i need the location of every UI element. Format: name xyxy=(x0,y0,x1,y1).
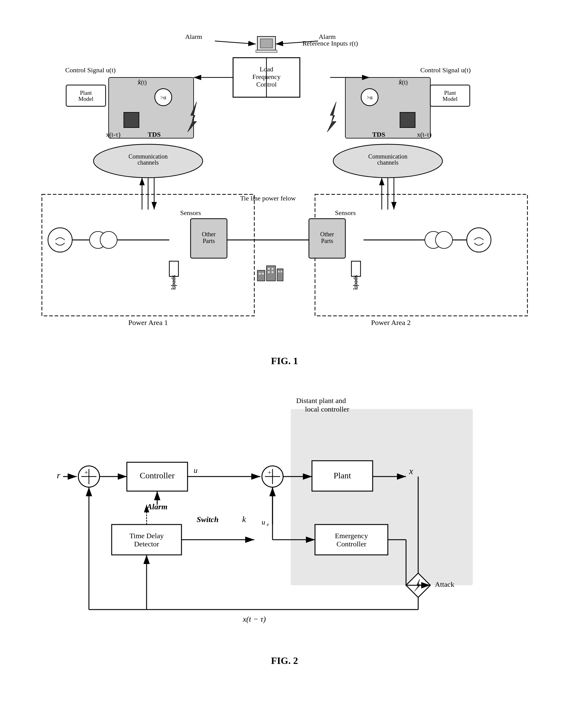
svg-text:Parts: Parts xyxy=(321,238,333,244)
svg-text:+: + xyxy=(84,469,88,476)
svg-text:>α: >α xyxy=(160,94,166,101)
fig2-label: FIG. 2 xyxy=(24,655,545,666)
svg-text:Attack: Attack xyxy=(435,580,454,588)
svg-text:x̂(t): x̂(t) xyxy=(137,79,147,86)
svg-text:Emergency: Emergency xyxy=(335,532,368,540)
svg-rect-7 xyxy=(261,39,273,48)
svg-text:Tie line power felow: Tie line power felow xyxy=(240,194,295,202)
svg-rect-65 xyxy=(277,269,283,281)
svg-rect-26 xyxy=(345,77,430,138)
svg-rect-33 xyxy=(400,112,415,128)
svg-text:e: e xyxy=(267,522,269,527)
svg-text:Switch: Switch xyxy=(197,515,219,524)
svg-text:u: u xyxy=(262,518,265,526)
svg-text:x(t-τ): x(t-τ) xyxy=(106,131,121,138)
svg-text:channels: channels xyxy=(138,159,159,166)
svg-rect-67 xyxy=(262,273,264,275)
svg-text:Model: Model xyxy=(78,96,94,102)
svg-text:Other: Other xyxy=(320,231,334,238)
svg-text:Plant: Plant xyxy=(333,471,351,480)
svg-text:τ: τ xyxy=(417,581,419,588)
svg-text:u: u xyxy=(194,466,198,475)
svg-text:Control Signal u(t): Control Signal u(t) xyxy=(65,66,115,74)
svg-text:x(t − τ): x(t − τ) xyxy=(243,615,266,624)
fig1-svg: Load Frequency Control Alarm Alarm Refer… xyxy=(27,18,543,352)
svg-rect-69 xyxy=(272,268,274,270)
svg-text:Loads: Loads xyxy=(170,275,177,290)
svg-rect-66 xyxy=(259,273,261,275)
svg-rect-64 xyxy=(267,266,276,281)
svg-rect-70 xyxy=(268,271,270,273)
svg-text:Power Area 2: Power Area 2 xyxy=(371,319,410,326)
svg-text:Control Signal u(t): Control Signal u(t) xyxy=(420,66,470,74)
svg-text:Plant: Plant xyxy=(80,90,92,96)
svg-text:Sensors: Sensors xyxy=(335,209,355,217)
svg-text:>α: >α xyxy=(366,94,373,101)
svg-point-74 xyxy=(48,228,72,252)
svg-text:Parts: Parts xyxy=(203,238,215,244)
svg-text:Sensors: Sensors xyxy=(180,209,201,217)
svg-text:Time Delay: Time Delay xyxy=(129,532,164,540)
svg-text:Loads: Loads xyxy=(352,275,359,290)
svg-rect-73 xyxy=(281,271,282,272)
svg-text:Reference Inputs r(t): Reference Inputs r(t) xyxy=(302,39,358,47)
svg-line-9 xyxy=(215,41,256,44)
svg-rect-72 xyxy=(278,271,280,272)
svg-rect-52 xyxy=(169,261,179,276)
svg-text:+: + xyxy=(268,469,271,476)
svg-text:channels: channels xyxy=(377,159,398,166)
svg-point-76 xyxy=(100,231,117,248)
svg-text:Communication: Communication xyxy=(368,153,407,160)
svg-text:x(t-τ): x(t-τ) xyxy=(417,131,431,138)
svg-text:x: x xyxy=(409,466,413,476)
fig1-diagram: Load Frequency Control Alarm Alarm Refer… xyxy=(27,18,543,352)
svg-rect-58 xyxy=(351,261,360,276)
fig2-diagram: Distant plant and local controller r + C… xyxy=(42,379,527,652)
svg-text:Alarm: Alarm xyxy=(185,33,202,40)
svg-rect-129 xyxy=(112,525,182,555)
svg-text:Controller: Controller xyxy=(336,540,366,548)
svg-text:x̂(t): x̂(t) xyxy=(398,79,407,86)
svg-rect-8 xyxy=(256,50,277,53)
fig2-svg: Distant plant and local controller r + C… xyxy=(42,379,527,652)
svg-rect-16 xyxy=(109,77,194,138)
svg-rect-102 xyxy=(291,409,473,585)
svg-text:TDS: TDS xyxy=(148,131,161,138)
svg-rect-134 xyxy=(315,525,388,555)
svg-text:Controller: Controller xyxy=(140,471,175,480)
svg-text:Power Area 1: Power Area 1 xyxy=(128,319,168,326)
svg-text:Distant plant and: Distant plant and xyxy=(296,397,346,405)
svg-text:local controller: local controller xyxy=(305,405,349,413)
svg-text:Plant: Plant xyxy=(444,90,456,96)
svg-text:Other: Other xyxy=(202,231,216,238)
svg-text:Model: Model xyxy=(442,96,458,102)
svg-text:r: r xyxy=(57,470,60,480)
svg-point-82 xyxy=(435,231,452,248)
svg-text:Communication: Communication xyxy=(128,153,168,160)
svg-text:TDS: TDS xyxy=(372,131,385,138)
fig1-label: FIG. 1 xyxy=(24,355,545,367)
svg-text:Detector: Detector xyxy=(134,540,159,548)
page: Load Frequency Control Alarm Alarm Refer… xyxy=(0,0,569,697)
svg-rect-71 xyxy=(272,271,274,273)
svg-rect-23 xyxy=(124,112,139,128)
svg-point-80 xyxy=(467,228,491,252)
svg-text:k: k xyxy=(242,514,246,524)
svg-rect-68 xyxy=(268,268,270,270)
svg-rect-63 xyxy=(257,270,265,281)
